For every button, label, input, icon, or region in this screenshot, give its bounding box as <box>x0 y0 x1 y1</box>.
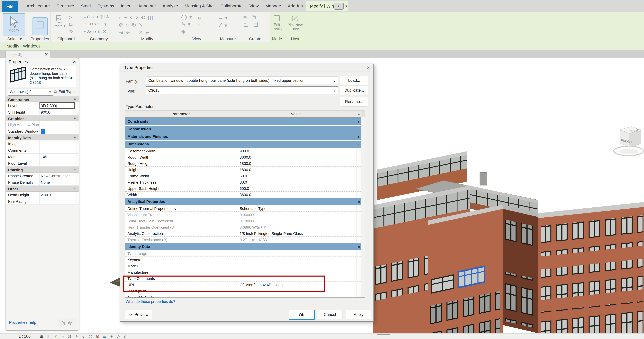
property-row[interactable]: Phase Demolis... None <box>6 179 79 186</box>
parameter-value[interactable]: 80.0 <box>238 179 356 185</box>
parameter-value[interactable]: 0.780000 <box>238 218 356 224</box>
table-row[interactable]: Manufacturer <box>126 269 362 275</box>
associate-button[interactable] <box>75 179 79 185</box>
crop-region-icon[interactable]: ◱ <box>81 334 86 339</box>
horizontal-scrollbar-thumb[interactable] <box>377 334 390 335</box>
property-value[interactable]: 900.0 <box>40 109 75 115</box>
sun-path-icon[interactable]: ☀ <box>53 334 58 339</box>
parameter-value[interactable] <box>238 275 356 281</box>
ribbon-tab[interactable]: Add-Ins <box>284 1 306 11</box>
instance-selector-dropdown[interactable]: Windows (1) ∨ <box>8 88 53 96</box>
parameter-value[interactable]: 0.900000 <box>238 212 356 218</box>
table-row[interactable]: Rough Height 1800.0 <box>126 160 362 167</box>
parameter-value[interactable]: Schematic Type <box>238 205 356 211</box>
drawing-area[interactable]: FRONT RIGHT Properties ✕ <box>0 58 644 333</box>
ribbon-tab[interactable]: Insert <box>118 1 135 11</box>
dialog-title-bar[interactable]: Type Properties ✕ <box>120 64 374 72</box>
edit-family-button[interactable]: ❏ Edit Family <box>270 14 283 34</box>
associate-parameter-button[interactable] <box>356 148 362 154</box>
section-collapse-icon[interactable] <box>358 245 360 249</box>
associate-button[interactable] <box>75 128 79 134</box>
type-selector[interactable]: Combination window - double-hung, four-p… <box>8 66 76 87</box>
modify-tools-grid[interactable]: ⌔⌖⟺⟲◫✥◌↻⇲≡⇥⇤⌗✕⌐ <box>118 14 176 36</box>
associate-parameter-button[interactable] <box>356 160 362 166</box>
associate-parameter-button[interactable] <box>356 250 362 256</box>
section-collapse-icon[interactable] <box>74 167 77 172</box>
ribbon-collapse-dropdown-icon[interactable]: ▾ <box>346 4 347 8</box>
ribbon-collapse-button[interactable]: ▲ <box>334 3 344 10</box>
parameter-value[interactable] <box>238 288 356 294</box>
associate-parameter-button[interactable] <box>356 192 362 198</box>
properties-palette-toggle[interactable]: ◫ <box>32 18 48 35</box>
table-row[interactable]: Keynote <box>126 257 362 263</box>
load-button[interactable]: Load... <box>340 76 368 85</box>
paste-button[interactable]: ⎘ Paste ▾ <box>53 14 66 34</box>
property-row[interactable]: Fire Rating <box>6 198 79 205</box>
property-row[interactable]: Sill Height 900.0 <box>6 109 79 116</box>
table-row[interactable]: Identity Data <box>126 243 362 250</box>
associate-parameter-button[interactable] <box>356 294 362 298</box>
parameter-value[interactable]: 1800.0 <box>238 167 356 173</box>
shadows-icon[interactable]: ◑ <box>60 334 65 339</box>
parameter-value[interactable]: C:\Users\Lenovo\Desktop. <box>238 282 356 288</box>
property-row[interactable]: Other <box>6 186 79 192</box>
file-menu-button[interactable]: File <box>2 1 18 12</box>
copy-to-clipboard-icon[interactable]: ⧉ <box>69 22 73 28</box>
table-row[interactable]: Assembly Code <box>126 294 362 298</box>
associate-button[interactable] <box>75 173 79 179</box>
associate-button[interactable] <box>75 140 79 147</box>
dialog-apply-button[interactable]: Apply <box>346 310 372 319</box>
associate-parameter-button[interactable] <box>356 218 362 224</box>
property-row[interactable]: Phase Created New Construction <box>6 173 79 179</box>
ribbon-tab[interactable]: Manage <box>262 1 284 11</box>
parameter-value[interactable]: 900.0 <box>238 148 356 154</box>
property-row[interactable]: Identity Data <box>6 135 79 140</box>
dialog-help-link[interactable]: What do these properties do? <box>126 299 175 304</box>
ribbon-tab[interactable]: Massing & Site <box>181 1 217 11</box>
property-value[interactable]: 145 <box>40 154 75 160</box>
table-row[interactable]: Define Thermal Properties by Schematic T… <box>126 205 362 212</box>
parameter-value[interactable] <box>238 263 356 269</box>
parameter-value[interactable]: 600.0 <box>238 185 356 191</box>
table-row[interactable]: URL C:\Users\Lenovo\Desktop. <box>126 282 362 288</box>
property-row[interactable]: Graphics <box>6 116 79 121</box>
value-column-header[interactable]: Value <box>236 111 356 117</box>
ribbon-tab[interactable]: Analyze <box>159 1 181 11</box>
table-row[interactable]: Analytical Properties <box>126 198 362 205</box>
associate-button[interactable] <box>75 192 79 198</box>
associate-button[interactable] <box>75 147 79 153</box>
ribbon-tab[interactable]: Collaborate <box>217 1 246 11</box>
table-row[interactable]: Height 1800.0 <box>126 167 362 173</box>
property-value[interactable]: 3F(7.300) <box>40 102 75 109</box>
property-value[interactable] <box>40 140 75 147</box>
table-row[interactable]: Dimensions <box>126 141 362 148</box>
ribbon-tab[interactable]: Annotate <box>135 1 159 11</box>
crop-view-icon[interactable]: ◳ <box>74 334 79 339</box>
property-value[interactable] <box>40 160 75 166</box>
property-row[interactable]: Image <box>6 140 79 147</box>
associate-button[interactable] <box>75 102 79 109</box>
view-scale-button[interactable]: 1 : 100 <box>18 334 31 338</box>
property-row[interactable]: Floor Level <box>6 160 79 167</box>
property-row[interactable]: Head Height 2700.0 <box>6 192 79 198</box>
cut-to-clipboard-icon[interactable]: ✂ <box>69 14 74 21</box>
property-value[interactable] <box>40 198 75 204</box>
reveal-hidden-icon[interactable]: ◉ <box>95 334 100 339</box>
associate-button[interactable] <box>75 198 79 204</box>
parameter-value[interactable] <box>238 250 356 256</box>
displaced-elements-icon[interactable]: ◈ <box>109 334 114 339</box>
associate-parameter-button[interactable] <box>356 275 362 281</box>
parameter-value[interactable]: 50.0 <box>238 173 356 179</box>
preview-button[interactable]: << Preview <box>125 310 152 319</box>
view-properties-icon[interactable]: ▤ <box>102 334 107 339</box>
section-collapse-icon[interactable] <box>74 186 77 191</box>
table-row[interactable]: Materials and Finishes <box>126 133 362 140</box>
table-row[interactable]: Description <box>126 288 362 294</box>
view-tools[interactable]: ◯▾ ⌂✎▾ ≣◈ <box>181 13 213 35</box>
properties-help-link[interactable]: Properties help <box>9 320 36 325</box>
section-collapse-icon[interactable] <box>74 97 77 101</box>
associate-parameter-button[interactable] <box>356 224 362 230</box>
table-row[interactable]: Upper Sash Height 600.0 <box>126 185 362 192</box>
duplicate-button[interactable]: Duplicate... <box>340 86 368 95</box>
property-row[interactable]: High Window Plan <box>6 121 79 128</box>
